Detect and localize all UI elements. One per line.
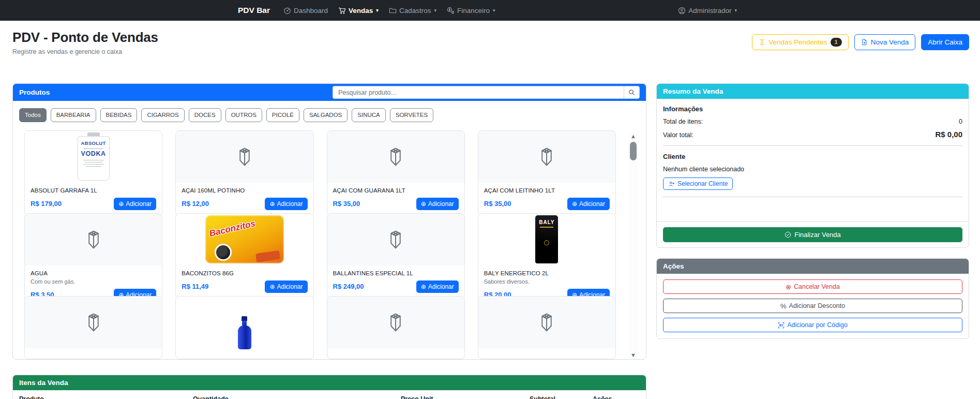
category-button[interactable]: SALGADOS — [304, 108, 348, 122]
add-product-button[interactable]: ⊕ Adicionar — [265, 198, 307, 210]
category-button[interactable]: BEBIDAS — [100, 108, 138, 122]
product-search-input[interactable] — [333, 86, 624, 99]
new-sale-button[interactable]: Nova Venda — [854, 34, 916, 50]
client-status: Nenhum cliente selecionado — [663, 166, 744, 173]
category-filter: Todos BARBEARIA BEBIDAS — [19, 108, 640, 122]
add-discount-label: Adicionar Desconto — [789, 302, 845, 309]
add-product-label: Adicionar — [277, 200, 303, 208]
product-name: BALLANTINES ESPECIAL 1L — [333, 270, 459, 276]
product-description: Sabores diversos. — [484, 278, 610, 285]
plus-circle-icon: ⊕ — [118, 201, 124, 207]
nav-item[interactable]: Vendas ▾ — [333, 7, 384, 14]
product-image-placeholder — [25, 297, 162, 348]
open-register-label: Abrir Caixa — [928, 38, 962, 46]
scrollbar-thumb[interactable] — [630, 142, 637, 160]
box-icon — [385, 145, 406, 169]
speedometer-icon — [283, 7, 291, 14]
product-card — [24, 296, 162, 359]
product-card: BALY BALY ENERGETICO 2L Sabores diversos… — [478, 213, 616, 307]
category-label: CIGARROS — [147, 112, 178, 118]
category-button[interactable]: PICOLÉ — [266, 108, 299, 122]
product-image-baconzitos: Baconzitos — [176, 214, 313, 265]
nav-item[interactable]: Cadastros ▾ — [384, 7, 442, 14]
sale-items-title: Itens da Venda — [19, 379, 68, 387]
percent-icon: % — [780, 303, 787, 309]
cancel-sale-button[interactable]: ⊗ Cancelar Venda — [663, 279, 962, 294]
finish-sale-button[interactable]: Finalizar Venda — [663, 227, 962, 242]
finish-sale-label: Finalizar Venda — [794, 231, 841, 239]
box-icon — [83, 311, 104, 334]
product-image-placeholder — [327, 297, 464, 348]
category-label: PICOLÉ — [272, 112, 294, 118]
add-product-label: Adicionar — [126, 200, 152, 208]
category-button[interactable]: Todos — [19, 108, 47, 122]
check-circle-icon — [785, 231, 791, 238]
client-heading: Cliente — [663, 153, 962, 160]
scroll-up-icon[interactable]: ▲ — [630, 134, 636, 139]
category-button[interactable]: SORVETES — [390, 108, 433, 122]
caret-down-icon: ▾ — [434, 8, 436, 13]
product-image-placeholder — [25, 214, 162, 265]
open-register-button[interactable]: Abrir Caixa — [921, 34, 969, 50]
category-button[interactable]: DOCES — [189, 108, 221, 122]
product-name: AGUA — [31, 270, 156, 276]
product-image-blue-bottle — [176, 297, 313, 348]
nav-item[interactable]: Dashboard — [278, 7, 333, 14]
actions-panel: Ações ⊗ Cancelar Venda % Adicionar Desco… — [656, 258, 969, 339]
x-circle-icon: ⊗ — [786, 284, 791, 290]
cart-icon — [338, 7, 346, 14]
app-brand[interactable]: PDV Bar — [238, 6, 270, 15]
add-by-code-button[interactable]: Adicionar por Código — [663, 318, 962, 332]
product-price: R$ 35,00 — [333, 200, 360, 208]
product-image-placeholder — [327, 214, 464, 265]
select-client-button[interactable]: Selecionar Cliente — [663, 178, 733, 190]
box-icon — [385, 311, 406, 334]
products-scrollbar[interactable]: ▲ ▼ — [629, 134, 638, 358]
info-heading: Informações — [663, 105, 962, 113]
total-items-value: 0 — [959, 118, 962, 125]
product-image-placeholder — [478, 297, 615, 348]
product-price: R$ 11,49 — [182, 283, 208, 290]
caret-down-icon: ▾ — [493, 8, 495, 13]
add-product-button[interactable]: ⊕ Adicionar — [265, 280, 307, 293]
scroll-down-icon[interactable]: ▼ — [630, 352, 636, 358]
pending-sales-button[interactable]: Vendas Pendentes 1 — [752, 34, 848, 50]
products-panel: Produtos Todos — [12, 83, 646, 360]
add-product-button[interactable]: ⊕ Adicionar — [114, 198, 156, 210]
add-discount-button[interactable]: % Adicionar Desconto — [663, 299, 962, 313]
column-header: Preço Unit. — [401, 395, 530, 399]
add-product-button[interactable]: ⊕ Adicionar — [416, 280, 459, 293]
product-card: ABSOLUT VODKA — [24, 130, 162, 216]
category-button[interactable]: CIGARROS — [141, 108, 184, 122]
add-product-button[interactable]: ⊕ Adicionar — [567, 198, 610, 210]
search-button[interactable] — [624, 86, 640, 99]
category-label: SORVETES — [396, 112, 428, 118]
product-card: BALLANTINES ESPECIAL 1L R$ 249,00 ⊕ Adic… — [327, 213, 465, 299]
add-product-label: Adicionar — [428, 200, 454, 208]
product-card — [175, 296, 313, 359]
product-image-baly: BALY — [478, 214, 615, 265]
user-menu-label: Administrador — [688, 7, 731, 14]
top-navbar: PDV Bar Dashboard Vendas — [0, 0, 980, 21]
category-button[interactable]: OUTROS — [225, 108, 262, 122]
plus-circle-icon: ⊕ — [421, 284, 426, 290]
page-title: PDV - Ponto de Vendas — [12, 29, 158, 46]
sale-items-header: Produto Quantidade Preço Unit. Subtotal … — [13, 390, 646, 399]
category-button[interactable]: BARBEARIA — [51, 108, 96, 122]
add-product-label: Adicionar — [277, 283, 303, 290]
product-price: R$ 12,00 — [182, 200, 209, 208]
folder-icon — [389, 7, 397, 14]
new-sale-label: Nova Venda — [871, 38, 909, 46]
user-menu[interactable]: Administrador ▾ — [673, 7, 742, 14]
box-icon — [83, 228, 104, 252]
product-image-placeholder — [327, 131, 464, 183]
category-label: OUTROS — [231, 112, 257, 118]
plus-circle-icon: ⊕ — [269, 201, 275, 207]
nav-item[interactable]: Financeiro ▾ — [442, 7, 501, 14]
person-plus-icon — [668, 181, 675, 187]
product-price: R$ 35,00 — [484, 200, 511, 208]
category-label: BEBIDAS — [106, 112, 132, 118]
add-product-button[interactable]: ⊕ Adicionar — [416, 198, 459, 210]
category-button[interactable]: SINUCA — [352, 108, 385, 122]
product-image-placeholder — [176, 131, 313, 183]
